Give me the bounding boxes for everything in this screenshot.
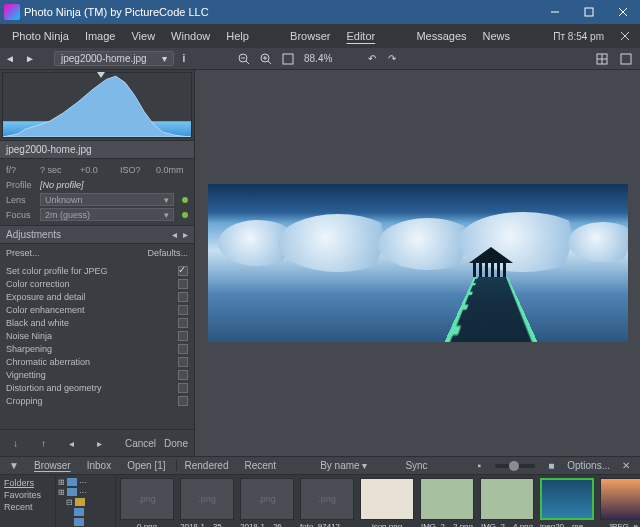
chevron-left-icon[interactable]: ◂ [172, 229, 177, 240]
chevron-right-icon[interactable]: ▸ [183, 229, 188, 240]
close-browser-icon[interactable]: ✕ [616, 457, 636, 475]
adjustment-checkbox[interactable] [178, 266, 188, 276]
adjustment-checkbox[interactable] [178, 305, 188, 315]
thumbnail[interactable]: IMG_2…4.png [479, 478, 535, 527]
adjustment-checkbox[interactable] [178, 396, 188, 406]
window-minimize-button[interactable] [538, 0, 572, 24]
browse-down-icon[interactable]: ▼ [4, 457, 24, 475]
window-maximize-button[interactable] [572, 0, 606, 24]
thumbnail-image [360, 478, 414, 520]
menu-help[interactable]: Help [218, 24, 257, 48]
thumbnail-name: 0.png [120, 522, 174, 527]
thumbnail-strip[interactable]: .png0.png.png2018-1…35.png.png2018-1…26.… [116, 475, 640, 527]
favorites-tab[interactable]: Favorites [2, 489, 53, 501]
grid-icon[interactable] [592, 50, 612, 68]
adjustments-header[interactable]: Adjustments ◂▸ [0, 225, 194, 244]
thumb-size-slider[interactable] [495, 464, 535, 468]
tab-browser[interactable]: Browser [282, 24, 338, 48]
adjustment-checkbox[interactable] [178, 357, 188, 367]
menu-photoninja[interactable]: Photo Ninja [4, 24, 77, 48]
redo-icon[interactable]: ↷ [382, 50, 402, 68]
menu-image[interactable]: Image [77, 24, 124, 48]
thumbnail-name: icon.png [360, 522, 414, 527]
browser-tab-browser[interactable]: Browser [28, 460, 77, 471]
meta-fstop: f/? [6, 165, 34, 175]
thumbnail[interactable]: .png0.png [119, 478, 175, 527]
cancel-button[interactable]: Cancel [125, 438, 156, 449]
browser-tab-open[interactable]: Open [1] [121, 460, 171, 471]
prev-image-button[interactable]: ◄ [0, 50, 20, 68]
window-close-button[interactable] [606, 0, 640, 24]
adjustment-row[interactable]: Vignetting [0, 368, 194, 381]
next-image-button[interactable]: ► [20, 50, 40, 68]
histogram[interactable] [2, 72, 192, 138]
thumbnail[interactable]: icon.png [359, 478, 415, 527]
adjustment-row[interactable]: Noise Ninja [0, 329, 194, 342]
undo-icon[interactable]: ↶ [362, 50, 382, 68]
sync-button[interactable]: Sync [405, 460, 427, 471]
adjustment-checkbox[interactable] [178, 331, 188, 341]
defaults-button[interactable]: Defaults... [147, 248, 188, 258]
adjustment-row[interactable]: Color correction [0, 277, 194, 290]
adjustment-row[interactable]: Cropping [0, 394, 194, 407]
recent-tab[interactable]: Recent [2, 501, 53, 513]
adjustment-row[interactable]: Color enhancement [0, 303, 194, 316]
options-button[interactable]: Options... [567, 460, 610, 471]
adjustment-row[interactable]: Exposure and detail [0, 290, 194, 303]
zoom-fit-icon[interactable] [278, 50, 298, 68]
focus-dropdown[interactable]: 2m (guess)▾ [40, 208, 174, 221]
menu-messages[interactable]: Messages [408, 24, 474, 48]
thumbnail[interactable]: .png2018-1…35.png [179, 478, 235, 527]
thumb-small-icon[interactable]: ▪ [469, 457, 489, 475]
browser-bar: ▼ Browser Inbox Open [1] Rendered Recent… [0, 456, 640, 475]
fullscreen-icon[interactable] [616, 50, 636, 68]
preset-button[interactable]: Preset... [6, 248, 40, 258]
thumbnail[interactable]: jpeg20…me.jpg [539, 478, 595, 527]
thumbnail-image [420, 478, 474, 520]
thumbnail-image [540, 478, 594, 520]
adjustment-checkbox[interactable] [178, 383, 188, 393]
panel-close-icon[interactable] [614, 27, 636, 45]
file-dropdown[interactable]: jpeg2000-home.jpg ▾ [54, 51, 174, 66]
menu-window[interactable]: Window [163, 24, 218, 48]
image-canvas[interactable] [195, 70, 640, 456]
thumbnail[interactable]: IMG_2…2.png [419, 478, 475, 527]
browser-tab-rendered[interactable]: Rendered [176, 460, 235, 471]
window-titlebar: Photo Ninja (TM) by PictureCode LLC [0, 0, 640, 24]
zoom-in-icon[interactable] [256, 50, 276, 68]
thumbnail[interactable]: .pngfoto_97412.png [299, 478, 355, 527]
thumbnail[interactable]: JPEG_e… [599, 478, 640, 527]
lens-dropdown[interactable]: Unknown▾ [40, 193, 174, 206]
thumb-large-icon[interactable]: ■ [541, 457, 561, 475]
adjustment-checkbox[interactable] [178, 279, 188, 289]
app-icon [4, 4, 20, 20]
menu-news[interactable]: News [475, 24, 519, 48]
menu-view[interactable]: View [123, 24, 163, 48]
adjustment-label: Sharpening [6, 344, 52, 354]
move-down-icon[interactable]: ↓ [6, 434, 26, 452]
thumbnail-image [480, 478, 534, 520]
folders-tab[interactable]: Folders [2, 477, 53, 489]
adjustment-row[interactable]: Chromatic aberration [0, 355, 194, 368]
sort-dropdown[interactable]: By name ▾ [320, 460, 367, 471]
nav-prev-icon[interactable]: ◂ [61, 434, 81, 452]
meta-profile-val: [No profile] [40, 180, 188, 190]
zoom-out-icon[interactable] [234, 50, 254, 68]
move-up-icon[interactable]: ↑ [34, 434, 54, 452]
adjustment-row[interactable]: Sharpening [0, 342, 194, 355]
thumbnail[interactable]: .png2018-1…26.png [239, 478, 295, 527]
adjustment-row[interactable]: Set color profile for JPEG [0, 264, 194, 277]
info-icon[interactable]: i [174, 50, 194, 68]
browser-tab-recent[interactable]: Recent [238, 460, 282, 471]
adjustment-row[interactable]: Distortion and geometry [0, 381, 194, 394]
adjustment-checkbox[interactable] [178, 318, 188, 328]
browser-tab-inbox[interactable]: Inbox [81, 460, 117, 471]
folder-tree[interactable]: ⊞⋯ ⊞⋯ ⊟ [56, 475, 116, 527]
done-button[interactable]: Done [164, 438, 188, 449]
nav-next-icon[interactable]: ▸ [89, 434, 109, 452]
adjustment-row[interactable]: Black and white [0, 316, 194, 329]
tab-editor[interactable]: Editor [338, 24, 383, 48]
adjustment-checkbox[interactable] [178, 370, 188, 380]
adjustment-checkbox[interactable] [178, 344, 188, 354]
adjustment-checkbox[interactable] [178, 292, 188, 302]
